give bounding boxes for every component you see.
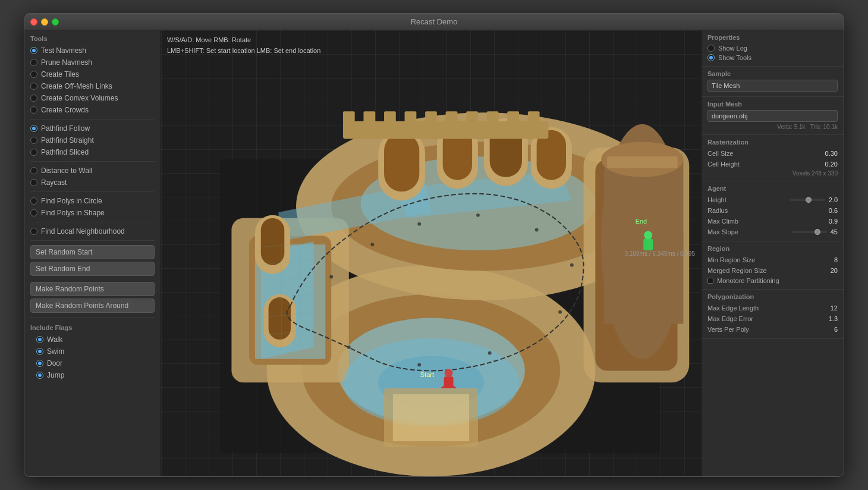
svg-point-60 xyxy=(417,222,421,226)
sidebar-item-pathfind-sliced[interactable]: Pathfind Sliced xyxy=(24,146,161,158)
agent-slope-slider[interactable]: 45 xyxy=(791,228,838,235)
divider-6 xyxy=(30,317,155,318)
make-random-points-button[interactable]: Make Random Points xyxy=(30,282,155,296)
tris-label: Tris: 10.1k xyxy=(810,124,838,130)
sidebar-item-pathfind-follow[interactable]: Pathfind Follow xyxy=(24,122,161,134)
center-viewport[interactable]: W/S/A/D: Move RMB: Rotate LMB+SHIFT: Set… xyxy=(161,30,701,476)
svg-rect-32 xyxy=(607,156,677,168)
radio-jump xyxy=(36,372,43,379)
input-mesh-section: Input Mesh dungeon.obj Verts: 5.1k Tris:… xyxy=(702,97,844,135)
svg-rect-43 xyxy=(528,111,540,123)
flag-walk[interactable]: Walk xyxy=(30,334,155,345)
radio-off-mesh-links xyxy=(30,83,37,90)
polygonization-section: Polygonization Max Edge Length 12 Max Ed… xyxy=(702,290,844,339)
divider-4 xyxy=(30,222,155,222)
sidebar-item-create-tiles[interactable]: Create Tiles xyxy=(24,68,161,80)
label-find-polys-circle: Find Polys in Circle xyxy=(41,197,102,205)
monotore-partitioning-row[interactable]: Monotore Partitioning xyxy=(707,276,838,285)
cell-height-label: Cell Height xyxy=(707,161,740,168)
sidebar-item-find-polys-circle[interactable]: Find Polys in Circle xyxy=(24,195,161,207)
set-random-end-button[interactable]: Set Random End xyxy=(30,262,155,276)
sidebar-item-pathfind-straight[interactable]: Pathfind Straight xyxy=(24,134,161,146)
verts-info: Verts: 5.1k Tris: 10.1k xyxy=(707,123,838,131)
minimize-button[interactable] xyxy=(41,18,48,26)
window-title: Recast Demo xyxy=(411,17,458,26)
divider-5 xyxy=(30,240,155,241)
sidebar-item-test-navmesh[interactable]: Test Navmesh xyxy=(24,45,161,56)
rasterization-section: Rasterization Cell Size 0.30 Cell Height… xyxy=(702,135,844,181)
viewport-background: W/S/A/D: Move RMB: Rotate LMB+SHIFT: Set… xyxy=(161,30,701,476)
label-raycast: Raycast xyxy=(41,178,67,187)
height-thumb[interactable] xyxy=(806,197,812,203)
divider-2 xyxy=(30,161,155,162)
svg-rect-37 xyxy=(405,111,417,123)
svg-rect-42 xyxy=(507,111,519,123)
min-region-size-value: 8 xyxy=(834,256,838,263)
left-panel: Tools Test Navmesh Prune Navmesh Create … xyxy=(24,30,161,476)
sidebar-item-find-local-neighbourhood[interactable]: Find Local Neighbourhood xyxy=(24,225,161,237)
maximize-button[interactable] xyxy=(52,18,59,26)
min-region-size-label: Min Region Size xyxy=(707,256,755,263)
sample-dropdown[interactable]: Tile Mesh xyxy=(707,80,838,92)
sidebar-item-prune-navmesh[interactable]: Prune Navmesh xyxy=(24,56,161,68)
app-window: Recast Demo Tools Test Navmesh Prune Nav… xyxy=(24,13,844,477)
set-random-start-button[interactable]: Set Random Start xyxy=(30,245,155,259)
show-tools-row[interactable]: Show Tools xyxy=(707,53,838,62)
svg-rect-34 xyxy=(343,111,355,123)
radio-prune-navmesh xyxy=(30,59,37,66)
agent-radius-value: 0.6 xyxy=(829,207,838,214)
cell-size-value: 0.30 xyxy=(825,150,838,157)
show-tools-label: Show Tools xyxy=(718,54,751,61)
radio-find-local-neighbourhood xyxy=(30,228,37,235)
svg-rect-40 xyxy=(466,111,478,123)
close-button[interactable] xyxy=(30,18,37,26)
sidebar-item-create-crowds[interactable]: Create Crowds xyxy=(24,104,161,116)
svg-point-67 xyxy=(347,345,351,349)
max-edge-length-label: Max Edge Length xyxy=(707,304,759,312)
include-flags-section: Include Flags Walk Swim Door Jump xyxy=(24,321,161,381)
sidebar-item-distance-to-wall[interactable]: Distance to Wall xyxy=(24,165,161,177)
titlebar: Recast Demo xyxy=(24,14,844,30)
flag-swim[interactable]: Swim xyxy=(30,345,155,357)
svg-rect-41 xyxy=(487,111,499,123)
agent-height-slider[interactable]: 2.0 xyxy=(790,196,838,203)
height-track xyxy=(790,199,825,201)
label-find-local-neighbourhood: Find Local Neighbourhood xyxy=(41,227,125,235)
sidebar-item-create-off-mesh-links[interactable]: Create Off-Mesh Links xyxy=(24,80,161,92)
dungeon-scene xyxy=(161,30,701,476)
flag-door[interactable]: Door xyxy=(30,357,155,369)
svg-rect-26 xyxy=(261,218,284,265)
max-edge-error-value: 1.3 xyxy=(829,315,838,322)
main-content: Tools Test Navmesh Prune Navmesh Create … xyxy=(24,30,844,476)
svg-point-45 xyxy=(445,369,453,377)
make-random-points-around-button[interactable]: Make Random Points Around xyxy=(30,299,155,313)
agent-section: Agent Height 2.0 Radius 0.6 Max Climb xyxy=(702,181,844,241)
radio-create-crowds xyxy=(30,106,37,114)
radio-door xyxy=(36,360,43,367)
label-create-crowds: Create Crowds xyxy=(41,106,89,114)
flag-jump[interactable]: Jump xyxy=(30,369,155,381)
agent-height-label: Height xyxy=(707,196,727,203)
region-section: Region Min Region Size 8 Merged Region S… xyxy=(702,241,844,290)
radio-pathfind-straight xyxy=(30,137,37,144)
svg-rect-33 xyxy=(343,121,548,139)
sidebar-item-raycast[interactable]: Raycast xyxy=(24,177,161,189)
merged-region-size-value: 20 xyxy=(831,267,838,274)
agent-radius-row: Radius 0.6 xyxy=(707,205,838,216)
radio-find-polys-circle xyxy=(30,197,37,205)
radio-convex-volumes xyxy=(30,95,37,102)
svg-rect-38 xyxy=(425,111,437,123)
input-mesh-dropdown[interactable]: dungeon.obj xyxy=(707,110,838,122)
verts-per-poly-value: 6 xyxy=(834,326,838,333)
svg-rect-48 xyxy=(643,238,653,250)
agent-title: Agent xyxy=(707,185,838,192)
agent-max-climb-label: Max Climb xyxy=(707,218,738,225)
max-edge-length-value: 12 xyxy=(831,304,838,312)
sidebar-item-find-polys-shape[interactable]: Find Polys in Shape xyxy=(24,207,161,219)
svg-point-58 xyxy=(329,275,333,279)
slope-thumb[interactable] xyxy=(814,229,820,235)
max-edge-error-row: Max Edge Error 1.3 xyxy=(707,313,838,324)
show-log-row[interactable]: Show Log xyxy=(707,43,838,53)
sidebar-item-create-convex-volumes[interactable]: Create Convex Volumes xyxy=(24,92,161,104)
svg-point-65 xyxy=(488,351,492,355)
